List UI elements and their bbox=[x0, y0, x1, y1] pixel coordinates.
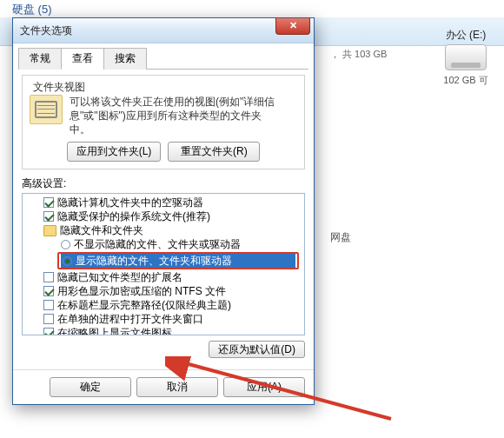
checkbox-icon[interactable] bbox=[43, 300, 54, 310]
drive-size-text: 102 GB 可 bbox=[440, 74, 492, 87]
setting-ntfs-color[interactable]: 用彩色显示加密或压缩的 NTFS 文件 bbox=[26, 284, 304, 298]
folder-icon bbox=[43, 225, 56, 236]
folder-options-dialog: 文件夹选项 ✕ 常规 查看 搜索 文件夹视图 可以将该文件夹正在使用的视图(例如… bbox=[12, 17, 315, 405]
folder-view-group-title: 文件夹视图 bbox=[30, 80, 89, 95]
apply-button[interactable]: 应用(A) bbox=[223, 377, 305, 397]
setting-hide-hidden[interactable]: 不显示隐藏的文件、文件夹或驱动器 bbox=[26, 237, 304, 251]
setting-hide-extensions[interactable]: 隐藏已知文件类型的扩展名 bbox=[26, 270, 304, 284]
tab-view[interactable]: 查看 bbox=[61, 48, 104, 70]
drive-item[interactable]: 办公 (E:) 102 GB 可 bbox=[440, 28, 492, 87]
checkbox-icon[interactable] bbox=[43, 197, 54, 208]
setting-full-path-titlebar[interactable]: 在标题栏显示完整路径(仅限经典主题) bbox=[26, 298, 304, 312]
tab-search[interactable]: 搜索 bbox=[103, 48, 147, 70]
checkbox-icon[interactable] bbox=[43, 272, 54, 282]
setting-hidden-files-folder[interactable]: 隐藏文件和文件夹 bbox=[26, 223, 304, 237]
checkbox-icon[interactable] bbox=[43, 211, 54, 222]
folder-view-group: 文件夹视图 可以将该文件夹正在使用的视图(例如"详细信 息"或"图标")应用到所… bbox=[22, 75, 305, 169]
apply-to-folders-button[interactable]: 应用到文件夹(L) bbox=[67, 142, 162, 162]
restore-defaults-button[interactable]: 还原为默认值(D) bbox=[209, 341, 305, 358]
setting-thumbnail-file-icons[interactable]: 在缩略图上显示文件图标 bbox=[26, 326, 304, 335]
setting-hide-protected-os-files[interactable]: 隐藏受保护的操作系统文件(推荐) bbox=[26, 209, 304, 223]
cancel-button[interactable]: 取消 bbox=[136, 377, 218, 397]
dialog-action-bar: 确定 取消 应用(A) bbox=[13, 369, 314, 404]
dialog-tabs: 常规 查看 搜索 bbox=[18, 47, 308, 70]
folder-view-description: 可以将该文件夹正在使用的视图(例如"详细信 息"或"图标")应用到所有这种类型的… bbox=[70, 95, 275, 136]
drive-capacity-text: ， 共 103 GB bbox=[330, 48, 387, 61]
annotation-highlight: 显示隐藏的文件、文件夹和驱动器 bbox=[57, 252, 299, 269]
advanced-settings-tree[interactable]: 隐藏计算机文件夹中的空驱动器 隐藏受保护的操作系统文件(推荐) 隐藏文件和文件夹… bbox=[22, 193, 305, 335]
checkbox-icon[interactable] bbox=[43, 314, 54, 324]
setting-separate-process[interactable]: 在单独的进程中打开文件夹窗口 bbox=[26, 312, 304, 326]
hard-drive-icon bbox=[445, 44, 487, 70]
reset-folders-button[interactable]: 重置文件夹(R) bbox=[168, 142, 260, 162]
ok-button[interactable]: 确定 bbox=[50, 377, 131, 397]
dialog-titlebar: 文件夹选项 ✕ bbox=[13, 18, 314, 43]
close-button[interactable]: ✕ bbox=[275, 18, 310, 35]
setting-show-hidden[interactable]: 显示隐藏的文件、文件夹和驱动器 bbox=[61, 254, 295, 268]
setting-hide-empty-drives[interactable]: 隐藏计算机文件夹中的空驱动器 bbox=[26, 196, 304, 209]
netdisk-label: 网盘 bbox=[330, 230, 351, 245]
drive-label: 办公 (E:) bbox=[440, 28, 492, 43]
checkbox-icon[interactable] bbox=[43, 328, 54, 335]
checkbox-icon[interactable] bbox=[43, 286, 54, 296]
dialog-title: 文件夹选项 bbox=[20, 23, 72, 38]
tab-general[interactable]: 常规 bbox=[18, 48, 62, 70]
folder-view-icon bbox=[30, 95, 63, 124]
radio-icon[interactable] bbox=[61, 240, 70, 249]
radio-icon[interactable] bbox=[63, 256, 72, 266]
drives-section-header: 硬盘 (5) bbox=[12, 2, 52, 17]
advanced-settings-label: 高级设置: bbox=[22, 176, 305, 191]
